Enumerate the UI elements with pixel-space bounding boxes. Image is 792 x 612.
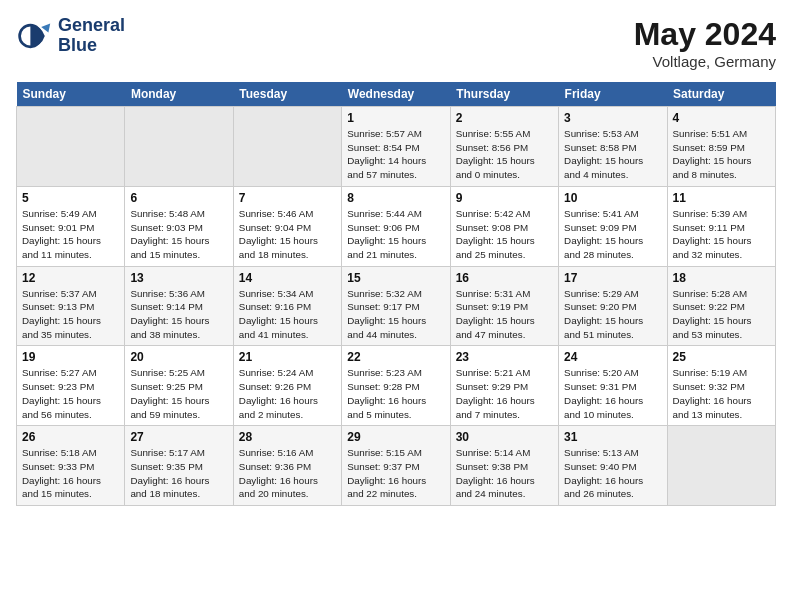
day-number: 22: [347, 350, 444, 364]
calendar-cell: 21Sunrise: 5:24 AM Sunset: 9:26 PM Dayli…: [233, 346, 341, 426]
calendar-cell: 16Sunrise: 5:31 AM Sunset: 9:19 PM Dayli…: [450, 266, 558, 346]
weekday-header-row: SundayMondayTuesdayWednesdayThursdayFrid…: [17, 82, 776, 107]
day-info: Sunrise: 5:44 AM Sunset: 9:06 PM Dayligh…: [347, 207, 444, 262]
calendar-cell: 10Sunrise: 5:41 AM Sunset: 9:09 PM Dayli…: [559, 186, 667, 266]
calendar-week-3: 12Sunrise: 5:37 AM Sunset: 9:13 PM Dayli…: [17, 266, 776, 346]
calendar-cell: 15Sunrise: 5:32 AM Sunset: 9:17 PM Dayli…: [342, 266, 450, 346]
day-number: 26: [22, 430, 119, 444]
day-number: 10: [564, 191, 661, 205]
day-info: Sunrise: 5:28 AM Sunset: 9:22 PM Dayligh…: [673, 287, 770, 342]
calendar-cell: 27Sunrise: 5:17 AM Sunset: 9:35 PM Dayli…: [125, 426, 233, 506]
calendar-cell: 31Sunrise: 5:13 AM Sunset: 9:40 PM Dayli…: [559, 426, 667, 506]
day-info: Sunrise: 5:29 AM Sunset: 9:20 PM Dayligh…: [564, 287, 661, 342]
calendar-cell: 5Sunrise: 5:49 AM Sunset: 9:01 PM Daylig…: [17, 186, 125, 266]
calendar-cell: [125, 107, 233, 187]
weekday-header-saturday: Saturday: [667, 82, 775, 107]
day-info: Sunrise: 5:37 AM Sunset: 9:13 PM Dayligh…: [22, 287, 119, 342]
calendar-cell: 4Sunrise: 5:51 AM Sunset: 8:59 PM Daylig…: [667, 107, 775, 187]
day-number: 30: [456, 430, 553, 444]
day-number: 8: [347, 191, 444, 205]
day-info: Sunrise: 5:41 AM Sunset: 9:09 PM Dayligh…: [564, 207, 661, 262]
day-info: Sunrise: 5:42 AM Sunset: 9:08 PM Dayligh…: [456, 207, 553, 262]
calendar-week-5: 26Sunrise: 5:18 AM Sunset: 9:33 PM Dayli…: [17, 426, 776, 506]
location-title: Voltlage, Germany: [634, 53, 776, 70]
title-block: May 2024 Voltlage, Germany: [634, 16, 776, 70]
day-info: Sunrise: 5:25 AM Sunset: 9:25 PM Dayligh…: [130, 366, 227, 421]
day-number: 20: [130, 350, 227, 364]
day-info: Sunrise: 5:48 AM Sunset: 9:03 PM Dayligh…: [130, 207, 227, 262]
day-info: Sunrise: 5:55 AM Sunset: 8:56 PM Dayligh…: [456, 127, 553, 182]
day-info: Sunrise: 5:23 AM Sunset: 9:28 PM Dayligh…: [347, 366, 444, 421]
calendar-week-1: 1Sunrise: 5:57 AM Sunset: 8:54 PM Daylig…: [17, 107, 776, 187]
day-number: 28: [239, 430, 336, 444]
day-info: Sunrise: 5:13 AM Sunset: 9:40 PM Dayligh…: [564, 446, 661, 501]
day-number: 5: [22, 191, 119, 205]
day-number: 31: [564, 430, 661, 444]
calendar-cell: [233, 107, 341, 187]
logo-text: General Blue: [58, 16, 125, 56]
day-number: 16: [456, 271, 553, 285]
day-info: Sunrise: 5:34 AM Sunset: 9:16 PM Dayligh…: [239, 287, 336, 342]
day-number: 4: [673, 111, 770, 125]
day-number: 29: [347, 430, 444, 444]
day-number: 27: [130, 430, 227, 444]
calendar-cell: [17, 107, 125, 187]
calendar-cell: 19Sunrise: 5:27 AM Sunset: 9:23 PM Dayli…: [17, 346, 125, 426]
calendar-cell: 26Sunrise: 5:18 AM Sunset: 9:33 PM Dayli…: [17, 426, 125, 506]
calendar-cell: 20Sunrise: 5:25 AM Sunset: 9:25 PM Dayli…: [125, 346, 233, 426]
day-number: 23: [456, 350, 553, 364]
day-number: 13: [130, 271, 227, 285]
day-info: Sunrise: 5:20 AM Sunset: 9:31 PM Dayligh…: [564, 366, 661, 421]
calendar-cell: 8Sunrise: 5:44 AM Sunset: 9:06 PM Daylig…: [342, 186, 450, 266]
day-number: 21: [239, 350, 336, 364]
day-number: 7: [239, 191, 336, 205]
calendar-cell: 2Sunrise: 5:55 AM Sunset: 8:56 PM Daylig…: [450, 107, 558, 187]
weekday-header-wednesday: Wednesday: [342, 82, 450, 107]
day-number: 18: [673, 271, 770, 285]
calendar-cell: 29Sunrise: 5:15 AM Sunset: 9:37 PM Dayli…: [342, 426, 450, 506]
day-info: Sunrise: 5:57 AM Sunset: 8:54 PM Dayligh…: [347, 127, 444, 182]
weekday-header-monday: Monday: [125, 82, 233, 107]
day-info: Sunrise: 5:46 AM Sunset: 9:04 PM Dayligh…: [239, 207, 336, 262]
calendar-cell: 24Sunrise: 5:20 AM Sunset: 9:31 PM Dayli…: [559, 346, 667, 426]
calendar-cell: 1Sunrise: 5:57 AM Sunset: 8:54 PM Daylig…: [342, 107, 450, 187]
calendar-cell: 23Sunrise: 5:21 AM Sunset: 9:29 PM Dayli…: [450, 346, 558, 426]
day-info: Sunrise: 5:19 AM Sunset: 9:32 PM Dayligh…: [673, 366, 770, 421]
calendar-cell: 17Sunrise: 5:29 AM Sunset: 9:20 PM Dayli…: [559, 266, 667, 346]
day-number: 9: [456, 191, 553, 205]
calendar-table: SundayMondayTuesdayWednesdayThursdayFrid…: [16, 82, 776, 506]
day-info: Sunrise: 5:27 AM Sunset: 9:23 PM Dayligh…: [22, 366, 119, 421]
calendar-cell: 25Sunrise: 5:19 AM Sunset: 9:32 PM Dayli…: [667, 346, 775, 426]
day-number: 11: [673, 191, 770, 205]
day-number: 19: [22, 350, 119, 364]
calendar-cell: [667, 426, 775, 506]
month-title: May 2024: [634, 16, 776, 53]
weekday-header-thursday: Thursday: [450, 82, 558, 107]
page-header: General Blue May 2024 Voltlage, Germany: [16, 16, 776, 70]
weekday-header-friday: Friday: [559, 82, 667, 107]
day-info: Sunrise: 5:16 AM Sunset: 9:36 PM Dayligh…: [239, 446, 336, 501]
calendar-week-4: 19Sunrise: 5:27 AM Sunset: 9:23 PM Dayli…: [17, 346, 776, 426]
day-info: Sunrise: 5:17 AM Sunset: 9:35 PM Dayligh…: [130, 446, 227, 501]
day-number: 14: [239, 271, 336, 285]
day-info: Sunrise: 5:15 AM Sunset: 9:37 PM Dayligh…: [347, 446, 444, 501]
day-number: 15: [347, 271, 444, 285]
calendar-cell: 22Sunrise: 5:23 AM Sunset: 9:28 PM Dayli…: [342, 346, 450, 426]
day-info: Sunrise: 5:31 AM Sunset: 9:19 PM Dayligh…: [456, 287, 553, 342]
day-number: 25: [673, 350, 770, 364]
logo-icon: [16, 18, 52, 54]
day-number: 12: [22, 271, 119, 285]
day-info: Sunrise: 5:53 AM Sunset: 8:58 PM Dayligh…: [564, 127, 661, 182]
day-number: 6: [130, 191, 227, 205]
day-info: Sunrise: 5:51 AM Sunset: 8:59 PM Dayligh…: [673, 127, 770, 182]
calendar-week-2: 5Sunrise: 5:49 AM Sunset: 9:01 PM Daylig…: [17, 186, 776, 266]
day-number: 24: [564, 350, 661, 364]
calendar-cell: 13Sunrise: 5:36 AM Sunset: 9:14 PM Dayli…: [125, 266, 233, 346]
day-number: 3: [564, 111, 661, 125]
weekday-header-sunday: Sunday: [17, 82, 125, 107]
logo: General Blue: [16, 16, 125, 56]
day-info: Sunrise: 5:14 AM Sunset: 9:38 PM Dayligh…: [456, 446, 553, 501]
day-info: Sunrise: 5:49 AM Sunset: 9:01 PM Dayligh…: [22, 207, 119, 262]
day-number: 1: [347, 111, 444, 125]
calendar-cell: 28Sunrise: 5:16 AM Sunset: 9:36 PM Dayli…: [233, 426, 341, 506]
